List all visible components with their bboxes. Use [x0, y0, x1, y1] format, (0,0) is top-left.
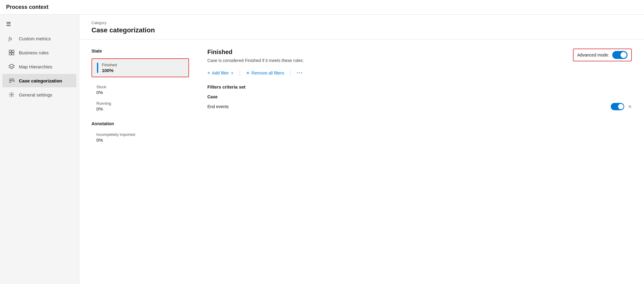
sidebar-item-general-settings-label: General settings [19, 92, 52, 97]
plus-icon: + [207, 70, 210, 76]
state-card-bar [97, 63, 98, 73]
filter-divider-2 [290, 70, 291, 76]
right-panel: Finished Case is considered Finished if … [207, 49, 632, 145]
advanced-mode-box: Advanced mode: [573, 49, 632, 61]
sort-icon [9, 78, 15, 84]
advanced-mode-label: Advanced mode: [577, 53, 609, 57]
fx-icon: fx [9, 35, 15, 42]
end-events-filter-row: End events ✕ [207, 103, 632, 110]
sidebar-item-custom-metrics-label: Custom metrics [19, 36, 51, 41]
annotation-section: Annotation Incompletely imported 0% [91, 121, 189, 145]
svg-rect-1 [9, 50, 11, 52]
state-finished-name: Finished [102, 63, 117, 67]
state-running-pct: 0% [96, 106, 184, 111]
content-area: State Finished 100% Stuck 0% Running [79, 39, 644, 154]
x-remove-icon: ✕ [628, 104, 632, 110]
svg-rect-2 [12, 50, 14, 52]
state-finished-card[interactable]: Finished 100% [91, 58, 189, 77]
sidebar-item-business-rules[interactable]: Business rules [2, 46, 77, 59]
add-filter-label: Add filter [212, 71, 229, 75]
state-label: State [91, 49, 189, 53]
advanced-mode-toggle[interactable] [612, 51, 628, 59]
main-content: Category Case categorization State Finis… [79, 15, 644, 284]
right-title: Finished [207, 49, 304, 56]
annotation-label: Annotation [91, 121, 189, 126]
sidebar-item-case-categorization[interactable]: Case categorization [2, 74, 77, 87]
remove-all-filters-button[interactable]: ✕ Remove all filters [246, 69, 284, 77]
app-title: Process context [6, 4, 48, 10]
case-label: Case [207, 94, 632, 99]
grid-icon [9, 49, 15, 56]
state-running-item[interactable]: Running 0% [91, 99, 189, 114]
right-panel-top: Finished Case is considered Finished if … [207, 49, 632, 69]
filters-criteria-set-title: Filters criteria set [207, 84, 632, 89]
state-stuck-item[interactable]: Stuck 0% [91, 82, 189, 97]
end-events-label: End events [207, 104, 229, 109]
gear-icon [9, 92, 15, 98]
menu-icon[interactable]: ☰ [0, 17, 79, 31]
x-icon: ✕ [246, 71, 250, 75]
remove-all-filters-label: Remove all filters [252, 71, 284, 75]
annotation-item-name: Incompletely imported [96, 132, 184, 137]
state-stuck-name: Stuck [96, 85, 184, 89]
page-category: Category [91, 21, 632, 25]
chevron-down-icon: ∨ [231, 71, 234, 75]
layout: ☰ fx Custom metrics Business rules [0, 15, 644, 284]
page-title: Case categorization [91, 26, 632, 34]
filter-toolbar: + Add filter ∨ ✕ Remove all filters ··· [207, 69, 632, 77]
svg-text:fx: fx [9, 36, 12, 42]
add-filter-button[interactable]: + Add filter ∨ [207, 69, 234, 77]
advanced-mode-toggle-thumb [621, 52, 627, 58]
end-events-controls: ✕ [611, 103, 632, 110]
right-panel-header: Finished Case is considered Finished if … [207, 49, 304, 69]
sidebar-item-map-hierarchies-label: Map Hierarchies [19, 64, 52, 69]
state-card-content: Finished 100% [102, 63, 117, 73]
end-events-toggle[interactable] [611, 103, 624, 110]
right-description: Case is considered Finished if it meets … [207, 58, 304, 63]
sidebar: ☰ fx Custom metrics Business rules [0, 15, 79, 284]
sidebar-item-map-hierarchies[interactable]: Map Hierarchies [2, 60, 77, 73]
state-finished-pct: 100% [102, 68, 117, 73]
sidebar-item-business-rules-label: Business rules [19, 50, 49, 55]
annotation-item: Incompletely imported 0% [91, 130, 189, 145]
sidebar-item-custom-metrics[interactable]: fx Custom metrics [2, 32, 77, 45]
annotation-item-pct: 0% [96, 137, 184, 143]
svg-rect-3 [9, 53, 11, 55]
svg-point-8 [11, 94, 13, 96]
left-panel: State Finished 100% Stuck 0% Running [91, 49, 189, 145]
state-running-name: Running [96, 101, 184, 106]
filter-divider [240, 70, 240, 76]
page-header: Category Case categorization [79, 15, 644, 39]
sidebar-item-case-categorization-label: Case categorization [19, 78, 62, 83]
remove-end-events-filter-button[interactable]: ✕ [628, 104, 632, 110]
end-events-toggle-thumb [618, 104, 624, 109]
state-stuck-pct: 0% [96, 90, 184, 95]
svg-rect-4 [12, 53, 14, 55]
sidebar-item-general-settings[interactable]: General settings [2, 88, 77, 101]
app-header: Process context [0, 0, 644, 15]
more-options-button[interactable]: ··· [297, 70, 303, 76]
layers-icon [9, 64, 15, 70]
